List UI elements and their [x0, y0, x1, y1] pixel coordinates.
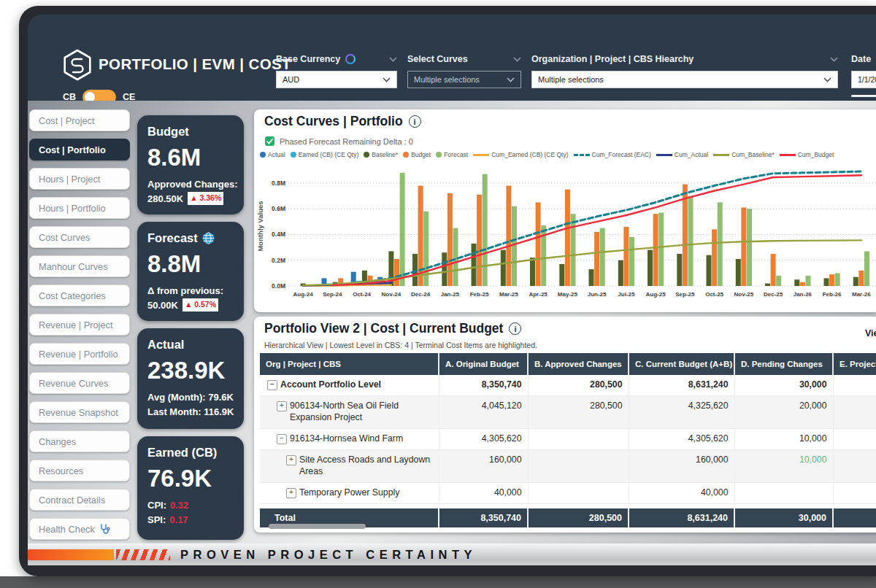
- sidebar-item-label: Revenue | Project: [39, 320, 113, 330]
- sidebar-item-cost-portfolio[interactable]: Cost | Portfolio: [29, 139, 130, 160]
- sidebar-item-cost-curves[interactable]: Cost Curves: [29, 226, 130, 248]
- y-tick-label: 0.8M: [272, 179, 285, 187]
- chart-title: Cost Curves | Portfolio i: [264, 114, 421, 129]
- sidebar-item-contract-details[interactable]: Contract Details: [29, 489, 130, 511]
- bar-forecast: [629, 237, 634, 286]
- sidebar-item-revenue-curves[interactable]: Revenue Curves: [29, 372, 130, 394]
- legend-item-cum-budget[interactable]: Cum_Budget: [780, 151, 834, 158]
- sidebar-item-hours-portfolio[interactable]: Hours | Portfolio: [29, 197, 130, 219]
- select-curves-select[interactable]: Multiple selections: [407, 71, 521, 88]
- cell-value: 4,325,620: [629, 395, 734, 428]
- horizontal-scrollbar-thumb[interactable]: [269, 524, 366, 529]
- column-header-b-approved-changes[interactable]: B. Approved Changes: [528, 353, 629, 375]
- y-tick-label: 0.6M: [272, 205, 285, 212]
- x-tick-label: Jan-26: [794, 291, 812, 298]
- bar-baseline: [412, 254, 418, 286]
- column-header-a-original-budget[interactable]: A. Original Budget: [439, 353, 528, 375]
- bar-baseline: [530, 258, 535, 286]
- bar-forecast: [747, 209, 752, 286]
- stethoscope-icon: [99, 524, 110, 534]
- kpi-detail-row: CPI:0.32: [147, 498, 234, 513]
- sidebar-item-revenue-project[interactable]: Revenue | Project: [29, 314, 130, 336]
- sidebar-item-revenue-portfolio[interactable]: Revenue | Portfolio: [29, 343, 130, 365]
- chevron-down-icon[interactable]: [830, 57, 838, 62]
- table-header: Org | Project | CBSA. Original BudgetB. …: [260, 353, 876, 375]
- legend-item-budget[interactable]: Budget: [403, 151, 431, 158]
- delta-badge: ▲ 0.57%: [182, 298, 218, 312]
- info-icon[interactable]: i: [409, 115, 421, 128]
- view-corner-label[interactable]: View: [865, 328, 876, 339]
- base-currency-select[interactable]: AUD: [276, 71, 397, 88]
- sidebar-item-cost-project[interactable]: Cost | Project: [29, 109, 130, 131]
- table-row-site-access-roads-and-laydown-areas[interactable]: +Site Access Roads and Laydown Areas160,…: [260, 449, 876, 482]
- app-logo-icon: [61, 49, 93, 81]
- footer-bar: PROVEN PROJECT CERTAINTY: [28, 543, 876, 565]
- bar-forecast: [600, 228, 605, 286]
- sidebar-item-resources[interactable]: Resources: [29, 460, 130, 481]
- kpi-title: Earned (CB): [147, 446, 234, 460]
- bar-budget: [829, 274, 834, 286]
- column-header-c-current-budget-a-b[interactable]: C. Current Budget (A+B): [629, 353, 734, 375]
- cell-value: 20,000: [734, 395, 833, 428]
- sidebar-item-hours-project[interactable]: Hours | Project: [29, 168, 130, 190]
- legend-item-forecast[interactable]: Forecast: [436, 151, 468, 158]
- phased-forecast-checkbox-row: Phased Forecast Remaining Delta : 0: [265, 136, 413, 146]
- table-row-906134-north-sea-oil-field-expansion-project[interactable]: +906134-North Sea Oil Field Expansion Pr…: [260, 395, 876, 428]
- date-range-slider[interactable]: [851, 95, 876, 97]
- sidebar-item-label: Cost | Portfolio: [39, 144, 106, 155]
- checkbox-checked-icon[interactable]: [265, 136, 274, 146]
- legend-item-cum-actual[interactable]: Cum_Actual: [656, 151, 708, 158]
- chevron-down-icon[interactable]: [513, 57, 521, 62]
- x-tick-label: Dec-24: [411, 291, 431, 298]
- legend-item-cum-baseline[interactable]: Cum_Baseline*: [713, 151, 775, 158]
- footer-accent-bar: [28, 549, 114, 560]
- bar-budget: [594, 232, 599, 286]
- cell-value: 40,000: [439, 482, 528, 503]
- info-icon[interactable]: i: [509, 322, 521, 335]
- column-header-d-pending-changes[interactable]: D. Pending Changes: [734, 353, 833, 375]
- kpi-card-earned: Earned (CB)76.9KCPI:0.32SPI:0.17: [137, 436, 244, 540]
- table-row-916134-hornsea-wind-farm[interactable]: −916134-Hornsea Wind Farm4,305,6204,305,…: [260, 428, 876, 449]
- collapse-icon[interactable]: −: [277, 434, 287, 444]
- legend-item-cum-earned-cb-ce-qty[interactable]: Cum_Earned (CB) (CE Qty): [473, 151, 568, 158]
- row-name: 916134-Hornsea Wind Farm: [290, 433, 433, 445]
- sidebar-item-manhour-curves[interactable]: Manhour Curves: [29, 255, 130, 277]
- sidebar-item-changes[interactable]: Changes: [29, 430, 130, 452]
- legend-item-cum-forecast-eac[interactable]: Cum_Forecast (EAC): [574, 151, 651, 158]
- kpi-detail-row: 50.00K▲ 0.57%: [147, 298, 234, 313]
- legend-item-actual[interactable]: Actual: [260, 151, 285, 158]
- table-row-temporary-power-supply[interactable]: +Temporary Power Supply40,00040,000: [260, 482, 876, 503]
- x-tick-label: Oct-24: [353, 291, 371, 298]
- legend-item-earned-cb-ce-qty[interactable]: Earned (CB) (CE Qty): [291, 151, 359, 158]
- sidebar-item-label: Cost Curves: [39, 232, 90, 243]
- sidebar-item-health-check[interactable]: Health Check: [29, 518, 130, 540]
- org-hierarchy-select[interactable]: Multiple selections: [531, 71, 838, 88]
- collapse-icon[interactable]: −: [267, 380, 277, 390]
- cell-value: 8,631,240: [629, 375, 734, 395]
- sidebar-item-revenue-snapshot[interactable]: Revenue Snapshot: [29, 401, 130, 423]
- cell-value: 30,000: [734, 375, 833, 395]
- sidebar-item-cost-categories[interactable]: Cost Categories: [29, 285, 130, 306]
- table-row-account-portfolio-level[interactable]: −Account Portfolio Level8,350,740280,500…: [260, 375, 876, 395]
- date-input[interactable]: 1/1/2020: [851, 71, 876, 88]
- x-tick-label: Jan-25: [441, 291, 460, 298]
- y-tick-label: 0.0M: [272, 282, 285, 290]
- column-header-e-project[interactable]: E. Project: [833, 353, 876, 375]
- bar-budget: [858, 271, 864, 286]
- sidebar-item-label: Revenue Curves: [39, 378, 108, 389]
- checkbox-label: Phased Forecast Remaining Delta : 0: [280, 137, 413, 146]
- column-header-org-project-cbs[interactable]: Org | Project | CBS: [260, 353, 439, 375]
- x-tick-label: Aug-25: [646, 291, 666, 298]
- y-tick-label: 0.2M: [272, 257, 285, 264]
- expand-icon[interactable]: +: [286, 455, 296, 465]
- expand-icon[interactable]: +: [277, 401, 287, 411]
- cell-value: 4,305,620: [439, 428, 528, 449]
- bar-forecast: [400, 173, 405, 286]
- expand-icon[interactable]: +: [286, 488, 296, 498]
- chevron-down-icon[interactable]: [389, 57, 397, 62]
- cost-curves-chart: 0.0M0.2M0.4M0.6M0.8MMonthly ValuesAug-24…: [254, 159, 876, 305]
- y-axis-label: Monthly Values: [256, 201, 264, 251]
- legend-item-baseline[interactable]: Baseline*: [364, 151, 398, 158]
- x-tick-label: Dec-25: [764, 291, 783, 298]
- bar-baseline: [765, 284, 770, 287]
